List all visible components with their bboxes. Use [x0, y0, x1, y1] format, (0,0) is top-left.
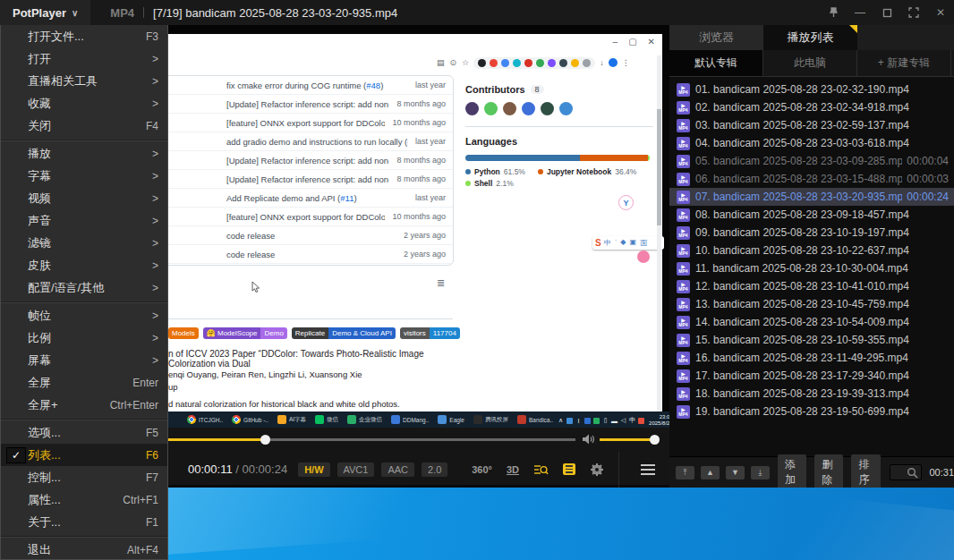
github-sidebar: Contributors 8 Languages Python [465, 84, 653, 188]
playlist-item[interactable]: ▶ MP4 17. bandicam 2025-08-28 23-17-29-3… [669, 367, 954, 385]
playlist-search-input[interactable] [890, 464, 923, 480]
toolbar-icon: ☆ [462, 58, 469, 67]
playlist-item[interactable]: ▶ MP4 14. bandicam 2025-08-28 23-10-54-0… [669, 313, 954, 331]
playlist-item-duration: 00:00:04 [907, 155, 949, 167]
sogou-icon: S [595, 238, 601, 248]
contributors-count: 8 [531, 85, 544, 94]
commit-row: [Update] Refactor inference script: add … [168, 95, 453, 114]
playlist-item[interactable]: ▶ MP4 01. bandicam 2025-08-28 23-02-32-1… [669, 81, 954, 98]
menu-icon[interactable] [634, 464, 662, 475]
menu-item[interactable]: 播放 > [1, 142, 167, 165]
menu-item-label: 声音 [28, 213, 152, 229]
menu-item[interactable]: 关闭 F4 [1, 115, 167, 137]
badge-right: Demo [260, 327, 286, 339]
menu-item[interactable]: 控制... F7 [1, 466, 167, 488]
menu-item[interactable]: 屏幕 > [1, 349, 167, 371]
app-label: Bandica.. [529, 417, 553, 423]
hw-decode-badge[interactable]: H/W [298, 462, 329, 477]
app-menu-button[interactable]: PotPlayer ∨ [0, 0, 90, 25]
menu-item[interactable]: 全屏+ Ctrl+Enter [1, 394, 167, 416]
maximize-button[interactable] [873, 0, 900, 25]
pin-icon[interactable] [820, 0, 847, 25]
move-item-button[interactable]: ⤒ [676, 466, 694, 479]
menu-item[interactable]: 关于... F1 [1, 511, 167, 533]
move-item-button[interactable]: ⤓ [751, 466, 770, 479]
menu-item-label: 配置/语言/其他 [28, 280, 152, 296]
mp4-file-icon: ▶ MP4 [677, 298, 690, 311]
check-icon [6, 96, 26, 112]
sort-button[interactable]: 排序 [851, 454, 880, 490]
menu-item[interactable]: 配置/语言/其他 > [1, 276, 167, 299]
menu-item[interactable]: 收藏 > [1, 92, 167, 115]
playlist-item[interactable]: ▶ MP4 10. bandicam 2025-08-28 23-10-22-6… [669, 242, 954, 259]
menu-item[interactable]: 选项... F5 [1, 421, 167, 444]
volume-slider[interactable] [600, 438, 655, 441]
playlist-item[interactable]: ▶ MP4 15. bandicam 2025-08-28 23-10-59-3… [669, 331, 954, 349]
menu-item[interactable]: 皮肤 > [1, 254, 167, 276]
menu-item[interactable]: 全屏 Enter [1, 371, 167, 394]
album-tab[interactable]: 默认专辑 [669, 50, 763, 76]
check-icon: ✓ [6, 447, 26, 463]
seek-row [168, 428, 669, 451]
playlist-item[interactable]: ▶ MP4 07. bandicam 2025-08-28 23-03-20-9… [669, 188, 954, 206]
menu-item[interactable]: 退出 Alt+F4 [1, 539, 167, 560]
3d-icon[interactable]: 3D [507, 464, 519, 475]
playlist-item[interactable]: ▶ MP4 13. bandicam 2025-08-28 23-10-45-7… [669, 295, 954, 313]
menu-item[interactable]: 直播相关工具 > [1, 70, 167, 92]
menu-item[interactable]: 字幕 > [1, 165, 167, 187]
menu-item[interactable]: 属性... Ctrl+F1 [1, 488, 167, 511]
move-item-button[interactable]: ▼ [726, 466, 745, 479]
playlist-item[interactable]: ▶ MP4 12. bandicam 2025-08-28 23-10-41-0… [669, 277, 954, 295]
menu-item[interactable]: 视频 > [1, 187, 167, 209]
playlist-item[interactable]: ▶ MP4 19. bandicam 2025-08-28 23-19-50-6… [669, 403, 954, 420]
menu-item[interactable]: 滤镜 > [1, 232, 167, 254]
codec-badge[interactable]: AVC1 [337, 462, 375, 477]
playlist-item[interactable]: ▶ MP4 03. bandicam 2025-08-28 23-02-59-1… [669, 116, 954, 134]
seek-thumb[interactable] [260, 435, 270, 445]
playlist-item[interactable]: ▶ MP4 04. bandicam 2025-08-28 23-03-03-6… [669, 134, 954, 152]
search-scene-icon[interactable] [533, 463, 549, 476]
mp4-text: MP4 [678, 251, 687, 256]
video-surface[interactable]: – ▢ ✕ ▤⊙☆ ↓ ⋮ fix cmake error dur [168, 25, 669, 428]
legend-dot [538, 169, 543, 174]
move-item-button[interactable]: ▲ [701, 466, 720, 479]
album-tab-label: 此电脑 [794, 55, 826, 71]
legend-pct: 2.1% [496, 179, 513, 188]
menu-item[interactable]: 声音 > [1, 209, 167, 232]
fullscreen-button[interactable] [900, 0, 927, 25]
panel-tab[interactable]: 浏览器 [669, 25, 763, 50]
menu-item[interactable]: ✓ 列表... F6 [1, 444, 167, 466]
codec-badge[interactable]: 2.0 [422, 462, 447, 477]
volume-thumb[interactable] [650, 435, 660, 445]
playlist-item[interactable]: ▶ MP4 09. bandicam 2025-08-28 23-10-19-1… [669, 224, 954, 242]
volume-icon[interactable] [582, 433, 596, 445]
playlist-item[interactable]: ▶ MP4 06. bandicam 2025-08-28 23-03-15-4… [669, 170, 954, 188]
playlist-item[interactable]: ▶ MP4 02. bandicam 2025-08-28 23-02-34-9… [669, 98, 954, 116]
minimize-button[interactable]: — [847, 0, 873, 25]
playlist-item[interactable]: ▶ MP4 05. bandicam 2025-08-28 23-03-09-2… [669, 152, 954, 170]
close-button[interactable]: ✕ [927, 0, 954, 25]
playlist-item[interactable]: ▶ MP4 16. bandicam 2025-08-28 23-11-49-2… [669, 349, 954, 367]
playlist-toggle-icon[interactable] [563, 463, 575, 475]
album-tab[interactable]: 此电脑 [763, 50, 857, 76]
delete-button[interactable]: 删除 [814, 454, 843, 490]
add-button[interactable]: 添加 [778, 454, 806, 490]
playlist-item[interactable]: ▶ MP4 18. bandicam 2025-08-28 23-19-39-3… [669, 385, 954, 403]
menu-item-shortcut: F3 [146, 30, 158, 43]
playlist-item[interactable]: ▶ MP4 08. bandicam 2025-08-28 23-09-18-4… [669, 206, 954, 224]
codec-badge[interactable]: AAC [381, 462, 414, 477]
menu-item[interactable]: 打开文件... F3 [1, 25, 167, 47]
playlist-item-name: 02. bandicam 2025-08-28 23-02-34-918.mp4 [695, 101, 909, 114]
playlist-item-name: 19. bandicam 2025-08-28 23-19-50-699.mp4 [695, 405, 909, 418]
menu-item-shortcut: F5 [146, 427, 158, 439]
menu-item[interactable]: 帧位 > [1, 304, 167, 327]
album-tab[interactable]: + 新建专辑 [857, 50, 951, 76]
playlist-item-name: 13. bandicam 2025-08-28 23-10-45-759.mp4 [695, 298, 909, 310]
menu-item-label: 属性... [28, 492, 123, 508]
playlist-item[interactable]: ▶ MP4 11. bandicam 2025-08-28 23-10-30-0… [669, 259, 954, 277]
menu-item[interactable]: 打开 > [1, 47, 167, 70]
360-icon[interactable]: 360° [472, 464, 492, 475]
menu-item[interactable]: 比例 > [1, 327, 167, 349]
gear-icon[interactable] [590, 462, 604, 477]
panel-tab[interactable]: 播放列表 [763, 25, 857, 50]
